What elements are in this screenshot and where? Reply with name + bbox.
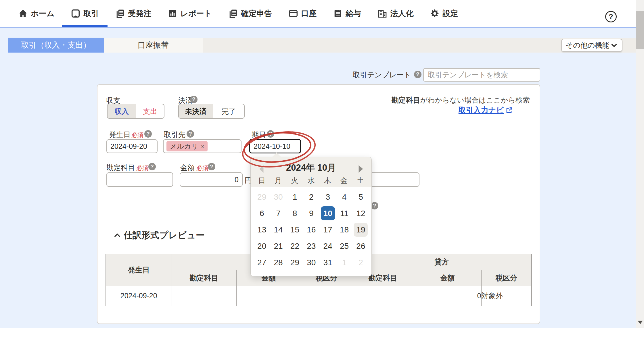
unsettled-option[interactable]: 未決済: [179, 104, 213, 118]
input-navi-link[interactable]: 取引入力ナビ: [459, 105, 513, 115]
nav-item-payroll[interactable]: 給与: [333, 0, 361, 27]
partner-input[interactable]: メルカリ x: [163, 139, 241, 153]
chevron-down-icon: [610, 42, 618, 49]
calendar-day[interactable]: 22: [288, 239, 302, 253]
nav-item-orders[interactable]: 受発注: [115, 0, 151, 27]
report-icon: [168, 9, 177, 18]
nav-item-accounts[interactable]: 口座: [288, 0, 317, 27]
scrollbar-thumb[interactable]: [636, 11, 644, 49]
occurrence-help-icon[interactable]: ?: [144, 130, 152, 138]
calendar-day[interactable]: 14: [271, 223, 285, 237]
calendar-day[interactable]: 4: [337, 190, 351, 204]
weekday-label: 金: [336, 176, 352, 185]
calendar-day[interactable]: 8: [288, 206, 302, 220]
calendar-day: 2: [354, 255, 368, 269]
calendar-day[interactable]: 19: [354, 223, 368, 237]
calendar-day[interactable]: 31: [321, 255, 335, 269]
subheader-credit-tax: 税区分: [481, 270, 532, 286]
weekday-label: 日: [254, 176, 270, 185]
calendar-day: 1: [337, 255, 351, 269]
settlement-help-icon[interactable]: ?: [190, 96, 198, 103]
nav-item-label: 口座: [301, 8, 317, 19]
nav-item-incorporation[interactable]: 法人化: [377, 0, 413, 27]
settled-option[interactable]: 完了: [213, 104, 244, 118]
account-item-input[interactable]: [106, 172, 173, 187]
tag-remove-icon[interactable]: x: [201, 143, 204, 150]
bank-card-icon: [288, 9, 298, 18]
calendar-day[interactable]: 30: [304, 255, 318, 269]
calendar-day[interactable]: 23: [304, 239, 318, 253]
calendar-day[interactable]: 6: [255, 206, 269, 220]
credit-account-cell: [352, 286, 414, 306]
nav-item-settings[interactable]: 設定: [430, 0, 458, 27]
calendar-day[interactable]: 2: [304, 190, 318, 204]
chevron-up-icon[interactable]: [113, 231, 121, 239]
calendar-day[interactable]: 11: [337, 206, 351, 220]
calendar-day[interactable]: 18: [337, 223, 351, 237]
tab-strip: 取引（収入・支出） 口座振替: [8, 38, 636, 53]
partner-tag[interactable]: メルカリ x: [166, 141, 208, 151]
template-search-input[interactable]: [423, 68, 540, 82]
calendar-day[interactable]: 10: [321, 206, 335, 220]
template-help-icon[interactable]: ?: [414, 71, 421, 78]
nav-item-label: 給与: [346, 8, 361, 19]
calendar-day[interactable]: 28: [271, 255, 285, 269]
weekday-label: 水: [303, 176, 319, 185]
calendar-day[interactable]: 17: [321, 223, 335, 237]
nav-item-label: 法人化: [390, 8, 413, 19]
calendar-day[interactable]: 24: [321, 239, 335, 253]
nav-item-reports[interactable]: レポート: [168, 0, 212, 27]
income-option[interactable]: 収入: [108, 104, 136, 118]
calendar-day[interactable]: 9: [304, 206, 318, 220]
amount-help-icon[interactable]: ?: [208, 163, 215, 170]
calendar-day[interactable]: 21: [271, 239, 285, 253]
weekday-label: 月: [270, 176, 286, 185]
account-hint-text: 勘定科目がわからない場合はここから検索: [392, 95, 530, 105]
help-circle-icon[interactable]: ?: [605, 11, 617, 22]
account-help-icon[interactable]: ?: [148, 163, 156, 170]
calendar-day[interactable]: 20: [255, 239, 269, 253]
scrollbar-down-arrow-icon[interactable]: [638, 321, 643, 324]
calendar-day[interactable]: 7: [271, 206, 285, 220]
due-date-input[interactable]: [249, 139, 301, 153]
expense-option[interactable]: 支出: [136, 104, 164, 118]
calendar-day[interactable]: 15: [288, 223, 302, 237]
calendar-day[interactable]: 16: [304, 223, 318, 237]
tab-transactions[interactable]: 取引（収入・支出）: [8, 38, 104, 53]
popup-caret: [272, 153, 281, 157]
credit-tax-cell: 対象外: [481, 286, 532, 306]
calendar-header: 2024年 10月 日月火水木金土: [251, 157, 371, 187]
weekday-label: 火: [286, 176, 303, 185]
calendar-day[interactable]: 26: [354, 239, 368, 253]
credit-amount-cell: 0: [414, 286, 481, 306]
calendar-day[interactable]: 25: [337, 239, 351, 253]
calendar-day[interactable]: 5: [354, 190, 368, 204]
calendar-day[interactable]: 13: [255, 223, 269, 237]
nav-item-tax-return[interactable]: 確定申告: [228, 0, 272, 27]
table-row: 2024-09-20 0 対象外: [106, 286, 532, 306]
group-header-credit: 貸方: [352, 254, 532, 270]
calendar-day[interactable]: 29: [288, 255, 302, 269]
next-month-icon[interactable]: [357, 165, 365, 174]
occurrence-date-input[interactable]: [106, 139, 158, 153]
nav-item-transactions[interactable]: 取引: [71, 0, 99, 27]
other-functions-button[interactable]: その他の機能: [561, 39, 622, 52]
building-icon: [377, 9, 387, 18]
partner-help-icon[interactable]: ?: [187, 130, 194, 138]
calendar-day[interactable]: 3: [321, 190, 335, 204]
due-help-icon[interactable]: ?: [267, 130, 274, 138]
calendar-day[interactable]: 12: [354, 206, 368, 220]
prev-month-icon[interactable]: [258, 165, 265, 174]
nav-item-home[interactable]: ホーム: [18, 0, 54, 27]
calendar-day[interactable]: 27: [255, 255, 269, 269]
bottom-margin: [0, 328, 644, 362]
partner-label: 取引先: [164, 130, 185, 139]
amount-input[interactable]: [180, 172, 243, 187]
calendar-day: 29: [255, 190, 269, 204]
tab-account-transfer[interactable]: 口座振替: [104, 38, 203, 53]
debit-tax-cell: [301, 286, 352, 306]
calendar-day[interactable]: 1: [288, 190, 302, 204]
other-functions-label: その他の機能: [566, 41, 610, 50]
scrollbar-track[interactable]: [636, 0, 644, 328]
app-root: ホーム 取引 受発注 レポート 確定申告 口座 給与 法人化: [0, 0, 644, 362]
